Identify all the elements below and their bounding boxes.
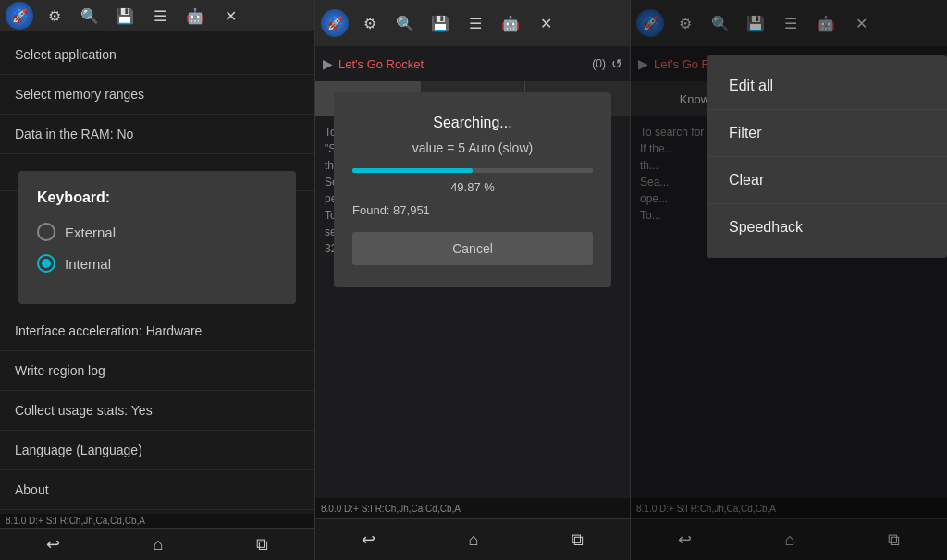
found-text: Found: 87,951 (352, 203, 593, 217)
menu-select-application[interactable]: Select application (0, 35, 314, 75)
brand-icon-1[interactable]: 🚀 (6, 2, 33, 30)
radio-internal-circle (37, 254, 55, 273)
app-badge-2: (0) (592, 57, 606, 70)
context-clear[interactable]: Clear (707, 157, 947, 204)
keyboard-dialog: Keyboard: External Internal (18, 171, 296, 304)
menu-data-ram[interactable]: Data in the RAM: No (0, 115, 314, 154)
recents-btn-2[interactable]: ⧉ (560, 525, 595, 555)
panel-settings: 🚀 ⚙ 🔍 💾 ☰ 🤖 ✕ Select application Select … (0, 0, 315, 560)
search-icon-1[interactable]: 🔍 (76, 2, 104, 30)
menu-interface-accel[interactable]: Interface acceleration: Hardware (0, 311, 314, 351)
settings-icon-1[interactable]: ⚙ (41, 2, 68, 30)
play-btn-2[interactable]: ▶ (323, 56, 333, 71)
context-edit-all[interactable]: Edit all (707, 63, 947, 110)
recents-btn-1[interactable]: ⧉ (245, 530, 279, 560)
android-icon-2[interactable]: 🤖 (497, 9, 524, 37)
panel-unknown: 🚀 ⚙ 🔍 💾 ☰ 🤖 ✕ ▶ Let's Go Rocket (0) ↺ Kn… (631, 0, 947, 560)
home-btn-2[interactable]: ⌂ (458, 525, 490, 555)
radio-external[interactable]: External (37, 223, 277, 241)
home-btn-1[interactable]: ⌂ (142, 530, 175, 560)
context-filter[interactable]: Filter (707, 110, 947, 157)
toolbar-2: 🚀 ⚙ 🔍 💾 ☰ 🤖 ✕ (315, 0, 630, 46)
menu-list: Select application Select memory ranges … (0, 31, 314, 514)
menu-about[interactable]: About (0, 470, 314, 510)
keyboard-dialog-title: Keyboard: (37, 189, 277, 206)
searching-value: value = 5 Auto (slow) (352, 140, 593, 155)
progress-bar-wrap (352, 168, 593, 173)
searching-title: Searching... (352, 115, 593, 131)
bottom-nav-2: ↩ ⌂ ⧉ (315, 518, 630, 560)
android-icon-1[interactable]: 🤖 (181, 2, 209, 30)
cancel-button[interactable]: Cancel (352, 232, 593, 265)
close-icon-2[interactable]: ✕ (532, 9, 560, 37)
app-title-2: Let's Go Rocket (338, 57, 586, 71)
status-bar-2: 8.0.0 D:+ S:I R:Ch,Jh,Ca,Cd,Cb,A (315, 498, 630, 518)
toolbar-1: 🚀 ⚙ 🔍 💾 ☰ 🤖 ✕ (0, 0, 314, 31)
menu-language[interactable]: Language (Language) (0, 431, 314, 470)
panel-search: 🚀 ⚙ 🔍 💾 ☰ 🤖 ✕ ▶ Let's Go Rocket (0) ↺ Se… (315, 0, 631, 560)
progress-bar-fill (352, 168, 473, 173)
radio-external-circle (37, 223, 55, 241)
context-speedhack[interactable]: Speedhack (707, 204, 947, 250)
bottom-nav-1: ↩ ⌂ ⧉ (0, 528, 314, 560)
save-icon-1[interactable]: 💾 (111, 2, 139, 30)
close-icon-1[interactable]: ✕ (216, 2, 244, 30)
searching-modal: Searching... value = 5 Auto (slow) 49.87… (334, 92, 611, 287)
brand-icon-2[interactable]: 🚀 (321, 9, 349, 37)
search-icon-2[interactable]: 🔍 (391, 9, 419, 37)
back-btn-2[interactable]: ↩ (351, 524, 387, 555)
save-icon-2[interactable]: 💾 (426, 9, 454, 37)
radio-internal[interactable]: Internal (37, 254, 277, 273)
list-icon-2[interactable]: ☰ (461, 9, 489, 37)
radio-internal-label: Internal (65, 256, 111, 272)
menu-collect-stats[interactable]: Collect usage stats: Yes (0, 391, 314, 431)
status-bar-1: 8.1.0 D:+ S:I R:Ch,Jh,Ca,Cd,Cb,A (0, 514, 314, 528)
radio-external-label: External (65, 225, 116, 240)
refresh-btn-2[interactable]: ↺ (611, 56, 622, 71)
list-icon-1[interactable]: ☰ (146, 2, 174, 30)
menu-write-region[interactable]: Write region log (0, 351, 314, 391)
settings-icon-2[interactable]: ⚙ (356, 9, 384, 37)
context-menu: Edit all Filter Clear Speedhack (707, 55, 947, 258)
back-btn-1[interactable]: ↩ (35, 529, 71, 560)
progress-pct: 49.87 % (352, 180, 593, 194)
app-header-2: ▶ Let's Go Rocket (0) ↺ (315, 46, 630, 81)
menu-select-memory[interactable]: Select memory ranges (0, 75, 314, 115)
